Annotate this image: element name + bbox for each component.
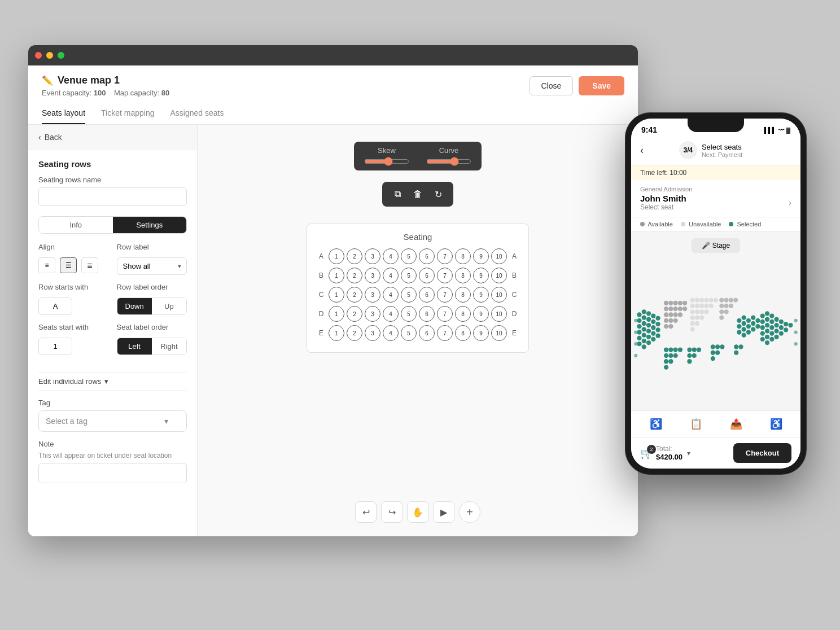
seat[interactable]: 5 xyxy=(401,248,417,264)
seat[interactable]: 7 xyxy=(437,248,453,264)
svg-point-131 xyxy=(697,347,701,352)
edit-individual-rows[interactable]: Edit individual rows ▾ xyxy=(38,372,187,391)
align-center-button[interactable]: ☰ xyxy=(60,257,77,273)
pointer-button[interactable]: ▶ xyxy=(433,501,454,523)
seat-label-right-button[interactable]: Right xyxy=(152,338,186,355)
seat-map-area[interactable]: 🎤 Stage xyxy=(631,231,800,410)
checkout-button[interactable]: Checkout xyxy=(733,443,791,463)
seat[interactable]: 6 xyxy=(419,268,435,283)
tab-assigned-seats[interactable]: Assigned seats xyxy=(170,104,224,124)
seat[interactable]: 9 xyxy=(473,325,489,341)
seat[interactable]: 5 xyxy=(401,325,417,341)
seat[interactable]: 8 xyxy=(455,325,471,341)
seat[interactable]: 2 xyxy=(347,306,362,322)
seat[interactable]: 4 xyxy=(383,248,399,264)
close-button[interactable]: Close xyxy=(530,76,574,95)
seat[interactable]: 3 xyxy=(365,287,380,303)
seat[interactable]: 4 xyxy=(383,268,399,283)
nav-filter-button[interactable]: 📋 xyxy=(677,415,715,432)
seat[interactable]: 3 xyxy=(365,306,380,322)
sub-tab-settings[interactable]: Settings xyxy=(113,217,187,233)
step-indicator: 3/4 Select seats Next: Payment xyxy=(679,141,742,159)
seat[interactable]: 2 xyxy=(347,268,362,283)
svg-point-42 xyxy=(664,318,668,323)
seat[interactable]: 2 xyxy=(347,287,362,303)
row-starts-with-input[interactable] xyxy=(38,298,72,315)
cart-chevron-icon[interactable]: ▾ xyxy=(687,449,690,457)
seat[interactable]: 4 xyxy=(383,306,399,322)
seat[interactable]: 1 xyxy=(329,287,344,303)
seat[interactable]: 9 xyxy=(473,268,489,283)
pan-button[interactable]: ✋ xyxy=(407,501,428,523)
undo-button[interactable]: ↩ xyxy=(355,501,377,523)
tag-select-button[interactable]: Select a tag ▾ xyxy=(38,410,187,432)
skew-slider[interactable] xyxy=(364,157,409,166)
seat[interactable]: 10 xyxy=(491,248,507,264)
seat[interactable]: 8 xyxy=(455,268,471,283)
align-left-button[interactable]: ≡ xyxy=(38,257,55,273)
seat[interactable]: 7 xyxy=(437,306,453,322)
seat[interactable]: 3 xyxy=(365,325,380,341)
svg-point-38 xyxy=(664,312,668,317)
redo-button[interactable]: ↪ xyxy=(381,501,403,523)
seat[interactable]: 2 xyxy=(347,325,362,341)
seat[interactable]: 6 xyxy=(419,248,435,264)
seat[interactable]: 10 xyxy=(491,306,507,322)
copy-button[interactable]: ⧉ xyxy=(388,185,407,203)
traffic-light-yellow[interactable] xyxy=(46,52,53,59)
seat[interactable]: 5 xyxy=(401,268,417,283)
seat-map-svg[interactable] xyxy=(631,254,800,410)
seat[interactable]: 3 xyxy=(365,268,380,283)
seat[interactable]: 9 xyxy=(473,287,489,303)
row-label-select[interactable]: Show all Show first Show last Hide all xyxy=(117,257,187,275)
seat[interactable]: 6 xyxy=(419,306,435,322)
seat[interactable]: 7 xyxy=(437,268,453,283)
seat[interactable]: 5 xyxy=(401,287,417,303)
add-button[interactable]: + xyxy=(459,501,480,523)
refresh-button[interactable]: ↻ xyxy=(428,185,448,203)
nav-accessibility2-button[interactable]: ♿ xyxy=(757,415,795,432)
seat[interactable]: 7 xyxy=(437,325,453,341)
row-label-order-down[interactable]: Down xyxy=(117,298,152,314)
seat[interactable]: 1 xyxy=(329,306,344,322)
delete-button[interactable]: 🗑 xyxy=(408,185,427,203)
seat[interactable]: 10 xyxy=(491,287,507,303)
row-label-order-up[interactable]: Up xyxy=(152,298,186,314)
seat[interactable]: 8 xyxy=(455,248,471,264)
seat[interactable]: 1 xyxy=(329,248,344,264)
seat[interactable]: 4 xyxy=(383,325,399,341)
seat[interactable]: 6 xyxy=(419,287,435,303)
seat[interactable]: 8 xyxy=(455,306,471,322)
traffic-light-green[interactable] xyxy=(58,52,64,59)
seat[interactable]: 6 xyxy=(419,325,435,341)
seat[interactable]: 3 xyxy=(365,248,380,264)
seat[interactable]: 5 xyxy=(401,306,417,322)
sub-tab-info[interactable]: Info xyxy=(39,217,113,233)
seat[interactable]: 10 xyxy=(491,325,507,341)
traffic-light-red[interactable] xyxy=(35,52,42,59)
seat[interactable]: 7 xyxy=(437,287,453,303)
nav-accessibility-button[interactable]: ♿ xyxy=(637,415,675,432)
nav-share-button[interactable]: 📤 xyxy=(717,415,755,432)
seat[interactable]: 4 xyxy=(383,287,399,303)
save-button[interactable]: Save xyxy=(579,76,624,95)
seating-rows-name-input[interactable] xyxy=(38,187,187,206)
tab-seats-layout[interactable]: Seats layout xyxy=(42,104,85,124)
seat[interactable]: 2 xyxy=(347,248,362,264)
seat[interactable]: 1 xyxy=(329,268,344,283)
curve-slider[interactable] xyxy=(426,157,471,166)
phone-back-button[interactable]: ‹ xyxy=(640,145,644,156)
ticket-arrow-icon[interactable]: › xyxy=(789,198,791,207)
seat[interactable]: 9 xyxy=(473,306,489,322)
tab-ticket-mapping[interactable]: Ticket mapping xyxy=(101,104,154,124)
back-button[interactable]: ‹ Back xyxy=(28,125,197,150)
seat[interactable]: 9 xyxy=(473,248,489,264)
seat-label-left-button[interactable]: Left xyxy=(117,338,152,355)
seat[interactable]: 10 xyxy=(491,268,507,283)
note-input[interactable] xyxy=(38,463,187,483)
stage-button[interactable]: 🎤 Stage xyxy=(692,238,740,253)
seat[interactable]: 8 xyxy=(455,287,471,303)
align-right-button[interactable]: ≣ xyxy=(81,257,98,273)
seat[interactable]: 1 xyxy=(329,325,344,341)
seats-start-with-input[interactable] xyxy=(38,338,72,355)
